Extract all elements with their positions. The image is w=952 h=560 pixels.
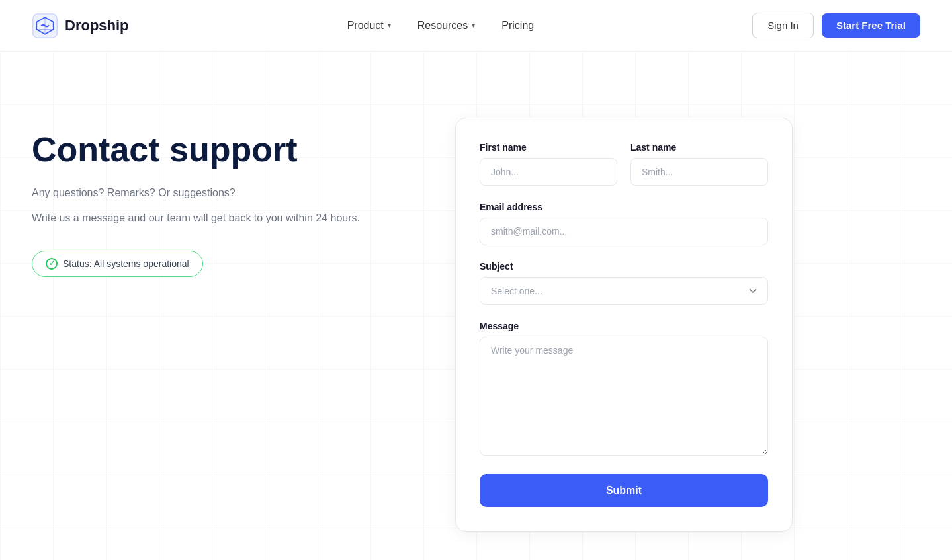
submit-button[interactable]: Submit [480, 474, 768, 507]
subject-label: Subject [480, 261, 768, 272]
nav-resources[interactable]: Resources ▾ [417, 20, 475, 32]
navbar: Dropship Product ▾ Resources ▾ Pricing S… [0, 0, 952, 52]
status-badge: ✓ Status: All systems operational [32, 251, 203, 277]
first-name-group: First name [480, 142, 617, 186]
nav-links: Product ▾ Resources ▾ Pricing [347, 20, 535, 32]
description: Write us a message and our team will get… [32, 210, 402, 227]
nav-pricing[interactable]: Pricing [501, 20, 534, 32]
nav-actions: Sign In Start Free Trial [752, 13, 920, 38]
status-icon: ✓ [46, 258, 58, 270]
subject-group: Subject Select one... Billing Technical … [480, 261, 768, 305]
product-chevron-icon: ▾ [388, 22, 391, 29]
resources-chevron-icon: ▾ [472, 22, 475, 29]
contact-form: First name Last name Email address Subje… [455, 118, 793, 532]
logo-icon [32, 13, 58, 39]
name-row: First name Last name [480, 142, 768, 186]
main-content: Contact support Any questions? Remarks? … [0, 52, 952, 532]
subtitle: Any questions? Remarks? Or suggestions? [32, 187, 402, 199]
left-section: Contact support Any questions? Remarks? … [32, 118, 402, 277]
email-label: Email address [480, 202, 768, 212]
first-name-input[interactable] [480, 158, 617, 186]
page-title: Contact support [32, 131, 402, 169]
email-input[interactable] [480, 218, 768, 245]
subject-select[interactable]: Select one... Billing Technical Issue Ge… [480, 277, 768, 305]
message-textarea[interactable] [480, 337, 768, 456]
last-name-group: Last name [630, 142, 768, 186]
message-group: Message [480, 321, 768, 456]
nav-product[interactable]: Product ▾ [347, 20, 391, 32]
message-label: Message [480, 321, 768, 331]
signin-button[interactable]: Sign In [752, 13, 814, 38]
first-name-label: First name [480, 142, 617, 153]
right-section: First name Last name Email address Subje… [455, 118, 793, 532]
status-text: Status: All systems operational [63, 259, 189, 269]
last-name-input[interactable] [630, 158, 768, 186]
logo-link[interactable]: Dropship [32, 13, 129, 39]
trial-button[interactable]: Start Free Trial [822, 13, 920, 38]
last-name-label: Last name [630, 142, 768, 153]
logo-text: Dropship [65, 17, 129, 34]
email-group: Email address [480, 202, 768, 245]
